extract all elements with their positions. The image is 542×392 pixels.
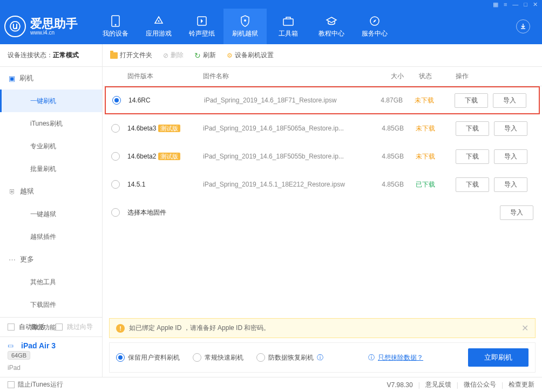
sidebar-one-click-flash[interactable]: 一键刷机 <box>0 90 102 112</box>
nav-label: 工具箱 <box>279 29 298 38</box>
titlebar-grid-icon[interactable]: ▦ <box>493 1 498 8</box>
firmware-row-local[interactable]: 选择本地固件 导入 <box>103 198 542 226</box>
skip-wizard-checkbox[interactable] <box>56 324 63 331</box>
nav-apps[interactable]: 应用游戏 <box>137 9 180 44</box>
radio-icon[interactable] <box>111 180 120 189</box>
sidebar-section-jailbreak[interactable]: ⛨ 越狱 <box>0 180 102 203</box>
flash-settings-button[interactable]: ⚙ 设备刷机设置 <box>227 51 274 60</box>
firmware-status: 未下载 <box>403 96 446 105</box>
download-button[interactable]: 下载 <box>456 177 489 192</box>
delete-icon: ⊘ <box>163 52 168 59</box>
logo-icon: ⓤ <box>4 16 26 37</box>
logo-title: 爱思助手 <box>30 18 78 30</box>
firmware-version: 14.6beta3 <box>127 125 156 132</box>
status-value: 正常模式 <box>53 51 79 60</box>
firmware-name: iPad_Spring_2019_14.5.1_18E212_Restore.i… <box>203 181 361 188</box>
music-icon <box>196 15 208 27</box>
import-button[interactable]: 导入 <box>494 121 527 136</box>
sidebar-section-flash[interactable]: ▣ 刷机 <box>0 67 102 90</box>
firmware-row[interactable]: 14.5.1 iPad_Spring_2019_14.5.1_18E212_Re… <box>103 170 542 198</box>
checkbox-label: 跳过向导 <box>67 322 93 332</box>
sidebar-jailbreak-plugins[interactable]: 越狱插件 <box>0 225 102 248</box>
auto-activate-checkbox[interactable] <box>8 324 15 331</box>
firmware-status: 已下载 <box>404 180 447 189</box>
nav-service[interactable]: 服务中心 <box>353 9 396 44</box>
section-label: 更多 <box>20 255 34 264</box>
titlebar-close-icon[interactable]: ✕ <box>533 1 538 8</box>
apps-icon <box>153 15 165 27</box>
delete-button[interactable]: ⊘ 删除 <box>163 51 184 60</box>
option-anti-recovery[interactable]: 防数据恢复刷机 ⓘ <box>256 353 323 362</box>
feedback-link[interactable]: 意见反馈 <box>425 380 451 389</box>
shield-icon <box>239 15 251 27</box>
firmware-name: iPad_Spring_2019_14.6_18F5065a_Restore.i… <box>203 125 361 132</box>
radio-icon <box>193 353 201 362</box>
sidebar-batch-flash[interactable]: 批量刷机 <box>0 157 102 180</box>
radio-icon[interactable] <box>111 152 120 161</box>
import-button[interactable]: 导入 <box>493 93 526 108</box>
wechat-link[interactable]: 微信公众号 <box>464 380 496 389</box>
option-keep-data[interactable]: 保留用户资料刷机 <box>116 353 180 362</box>
sidebar-one-click-jailbreak[interactable]: 一键越狱 <box>0 203 102 225</box>
device-name[interactable]: iPad Air 3 <box>21 341 56 350</box>
import-button[interactable]: 导入 <box>494 149 527 164</box>
refresh-button[interactable]: ↻ 刷新 <box>194 51 216 60</box>
action-label: 刷新 <box>203 51 216 60</box>
col-name: 固件名称 <box>203 72 361 81</box>
firmware-name: iPad_Spring_2019_14.6_18F71_Restore.ipsw <box>204 97 360 104</box>
col-version: 固件版本 <box>127 72 203 81</box>
firmware-row[interactable]: 14.6RC iPad_Spring_2019_14.6_18F71_Resto… <box>105 86 540 114</box>
firmware-version: 14.5.1 <box>127 181 145 188</box>
logo[interactable]: ⓤ 爱思助手 www.i4.cn <box>4 16 78 37</box>
firmware-size: 4.87GB <box>360 97 403 104</box>
erase-data-link[interactable]: 只想抹除数据？ <box>378 353 423 362</box>
firmware-size: 4.85GB <box>361 153 404 160</box>
block-itunes-checkbox[interactable] <box>8 381 15 388</box>
sidebar-download-firmware[interactable]: 下载固件 <box>0 293 102 316</box>
svg-point-2 <box>158 20 160 22</box>
firmware-row[interactable]: 14.6beta2测试版 iPad_Spring_2019_14.6_18F50… <box>103 142 542 170</box>
phone-icon <box>110 15 121 27</box>
option-label: 常规快速刷机 <box>205 353 243 362</box>
option-label: 防数据恢复刷机 <box>268 353 314 362</box>
apple-id-notice: ! 如已绑定 Apple ID ，请准备好 Apple ID 和密码。 ✕ <box>109 318 536 338</box>
radio-icon[interactable] <box>111 124 120 133</box>
firmware-row[interactable]: 14.6beta3测试版 iPad_Spring_2019_14.6_18F50… <box>103 114 542 142</box>
nav-my-device[interactable]: 我的设备 <box>94 9 137 44</box>
col-action: 操作 <box>447 72 533 81</box>
import-button[interactable]: 导入 <box>500 205 533 220</box>
firmware-size: 4.85GB <box>361 181 404 188</box>
warning-icon: ! <box>116 324 125 333</box>
check-update-link[interactable]: 检查更新 <box>509 380 534 389</box>
download-button[interactable]: 下载 <box>456 149 489 164</box>
titlebar-maximize-icon[interactable]: □ <box>524 1 527 8</box>
radio-icon[interactable] <box>111 208 120 217</box>
nav-toolbox[interactable]: 工具箱 <box>267 9 310 44</box>
sidebar-section-more[interactable]: ⋯ 更多 <box>0 248 102 271</box>
sidebar-itunes-flash[interactable]: iTunes刷机 <box>0 112 102 135</box>
nav-flash-jailbreak[interactable]: 刷机越狱 <box>223 9 267 44</box>
download-manager-button[interactable] <box>516 19 530 33</box>
sidebar: ▣ 刷机 一键刷机 iTunes刷机 专业刷机 批量刷机 ⛨ 越狱 一键越狱 越… <box>0 67 103 377</box>
flash-icon: ▣ <box>9 74 15 82</box>
nav-tutorial[interactable]: 教程中心 <box>310 9 353 44</box>
checkbox-label: 自动激活 <box>19 322 45 332</box>
titlebar-minimize-icon[interactable]: — <box>512 1 518 8</box>
option-normal-flash[interactable]: 常规快速刷机 <box>193 353 243 362</box>
info-icon[interactable]: ⓘ <box>317 353 323 362</box>
flash-now-button[interactable]: 立即刷机 <box>468 348 529 367</box>
sidebar-pro-flash[interactable]: 专业刷机 <box>0 135 102 157</box>
nav-ringtone[interactable]: 铃声壁纸 <box>180 9 223 44</box>
nav-label: 服务中心 <box>362 29 388 38</box>
sidebar-bottom: 自动激活 跳过向导 ▭ iPad Air 3 64GB iPad <box>0 317 102 377</box>
open-folder-button[interactable]: 打开文件夹 <box>110 51 152 60</box>
radio-icon[interactable] <box>112 96 121 105</box>
toolbox-icon <box>282 15 294 27</box>
titlebar-menu-icon[interactable]: ≡ <box>504 1 507 8</box>
import-button[interactable]: 导入 <box>494 177 527 192</box>
download-button[interactable]: 下载 <box>455 93 488 108</box>
notice-close-icon[interactable]: ✕ <box>521 323 529 333</box>
sidebar-other-tools[interactable]: 其他工具 <box>0 271 102 293</box>
download-button[interactable]: 下载 <box>456 121 489 136</box>
local-firmware-label: 选择本地固件 <box>127 209 166 216</box>
